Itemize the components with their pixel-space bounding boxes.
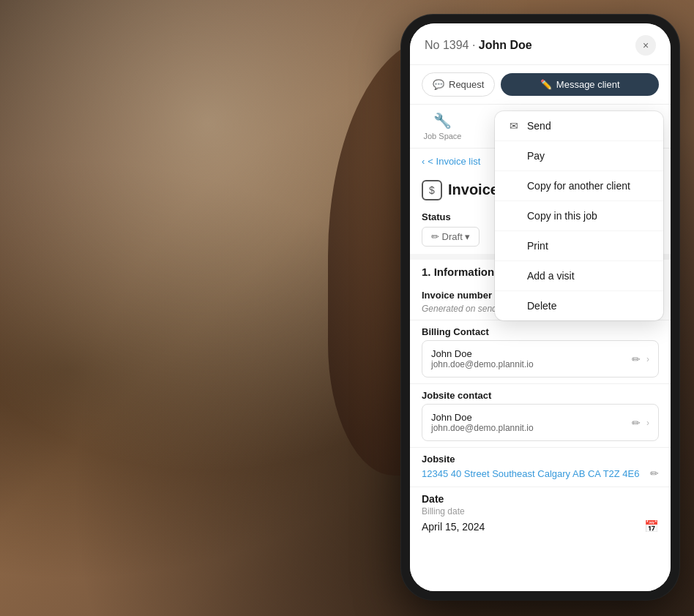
invoice-icon: $ bbox=[422, 180, 442, 200]
section-information-label: 1. Information bbox=[422, 266, 494, 278]
jobsite-address-edit-icon[interactable]: ✏ bbox=[650, 467, 659, 479]
date-value: April 15, 2024 bbox=[422, 521, 485, 533]
send-icon: ✉ bbox=[508, 120, 520, 132]
send-label: Send bbox=[527, 120, 551, 132]
jobsite-contact-box[interactable]: John Doe john.doe@demo.plannit.io ✏ › bbox=[422, 404, 659, 441]
jobsite-address[interactable]: 12345 40 Street Southeast Calgary AB CA … bbox=[422, 467, 640, 481]
actions-dropdown: ✉ Send Pay Copy for another client Copy … bbox=[495, 111, 663, 320]
draft-label: ✏ Draft ▾ bbox=[431, 231, 470, 242]
modal-dialog: No 1394 · John Doe × 💬 Request ✏️ Messag… bbox=[410, 23, 671, 591]
jobsite-label: Jobsite bbox=[422, 454, 659, 465]
dropdown-print[interactable]: Print bbox=[495, 231, 663, 261]
request-label: Request bbox=[449, 79, 484, 90]
date-header-label: Date bbox=[422, 493, 659, 505]
invoice-title-row: $ Invoice bbox=[422, 180, 499, 200]
dropdown-copy-in-this-job[interactable]: Copy in this job bbox=[495, 201, 663, 231]
billing-contact-label: Billing Contact bbox=[422, 326, 659, 337]
job-number: No 1394 bbox=[425, 39, 469, 51]
billing-contact-actions: ✏ › bbox=[632, 353, 649, 365]
client-name: John Doe bbox=[479, 39, 532, 51]
message-label: Message client bbox=[556, 79, 620, 90]
job-space-icon: 🔧 bbox=[433, 112, 452, 129]
invoice-title: Invoice bbox=[448, 181, 499, 198]
message-icon: ✏️ bbox=[540, 79, 552, 90]
title-separator: · bbox=[472, 39, 479, 51]
request-button[interactable]: 💬 Request bbox=[422, 72, 495, 97]
dropdown-copy-for-another[interactable]: Copy for another client bbox=[495, 171, 663, 201]
billing-contact-row: Billing Contact John Doe john.doe@demo.p… bbox=[410, 320, 671, 384]
date-sublabel: Billing date bbox=[422, 506, 659, 517]
billing-contact-box[interactable]: John Doe john.doe@demo.plannit.io ✏ › bbox=[422, 340, 659, 378]
billing-chevron-icon: › bbox=[646, 354, 649, 364]
phone-screen: No 1394 · John Doe × 💬 Request ✏️ Messag… bbox=[410, 23, 671, 591]
jobsite-contact-name: John Doe bbox=[431, 412, 534, 423]
jobsite-contact-email: john.doe@demo.plannit.io bbox=[431, 423, 534, 433]
message-client-button[interactable]: ✏️ Message client bbox=[501, 73, 659, 96]
date-row: Date Billing date April 15, 2024 📅 bbox=[410, 487, 671, 539]
date-value-row: April 15, 2024 📅 bbox=[422, 519, 659, 533]
modal-title: No 1394 · John Doe bbox=[425, 39, 532, 52]
modal-header: No 1394 · John Doe × bbox=[410, 23, 671, 65]
billing-contact-name: John Doe bbox=[431, 348, 534, 359]
dropdown-delete[interactable]: Delete bbox=[495, 291, 663, 320]
back-chevron-icon: ‹ bbox=[422, 156, 425, 167]
jobsite-contact-text: John Doe john.doe@demo.plannit.io bbox=[431, 412, 534, 433]
close-button[interactable]: × bbox=[635, 35, 656, 56]
add-visit-label: Add a visit bbox=[527, 270, 575, 282]
billing-edit-icon[interactable]: ✏ bbox=[632, 353, 641, 365]
jobsite-chevron-icon: › bbox=[646, 418, 649, 428]
billing-contact-text: John Doe john.doe@demo.plannit.io bbox=[431, 348, 534, 369]
calendar-icon[interactable]: 📅 bbox=[644, 519, 659, 533]
jobsite-contact-actions: ✏ › bbox=[632, 417, 649, 429]
print-label: Print bbox=[527, 240, 548, 252]
copy-this-label: Copy in this job bbox=[527, 210, 597, 222]
phone-frame: No 1394 · John Doe × 💬 Request ✏️ Messag… bbox=[401, 15, 679, 600]
dropdown-send[interactable]: ✉ Send bbox=[495, 111, 663, 141]
request-icon: 💬 bbox=[433, 79, 444, 90]
invoice-list-label: < Invoice list bbox=[428, 156, 480, 167]
dropdown-pay[interactable]: Pay bbox=[495, 141, 663, 171]
jobsite-edit-icon[interactable]: ✏ bbox=[632, 417, 641, 429]
jobsite-row: Jobsite 12345 40 Street Southeast Calgar… bbox=[410, 448, 671, 487]
tab-job-space-label: Job Space bbox=[424, 132, 462, 140]
jobsite-contact-label: Jobsite contact bbox=[422, 390, 659, 401]
draft-button[interactable]: ✏ Draft ▾ bbox=[422, 227, 480, 247]
copy-another-label: Copy for another client bbox=[527, 180, 630, 192]
delete-label: Delete bbox=[527, 300, 556, 312]
billing-contact-email: john.doe@demo.plannit.io bbox=[431, 359, 534, 369]
tab-job-space[interactable]: 🔧 Job Space bbox=[410, 108, 475, 148]
jobsite-contact-row: Jobsite contact John Doe john.doe@demo.p… bbox=[410, 384, 671, 448]
pay-label: Pay bbox=[527, 150, 545, 162]
dropdown-add-visit[interactable]: Add a visit bbox=[495, 261, 663, 291]
action-row: 💬 Request ✏️ Message client bbox=[410, 65, 671, 105]
